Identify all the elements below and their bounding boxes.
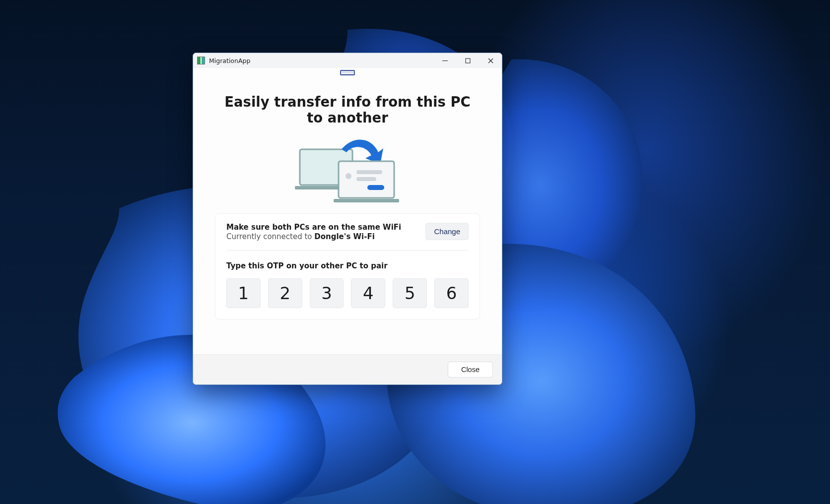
migration-app-window: MigrationApp Easily transfer info from t… <box>193 53 502 385</box>
svg-rect-8 <box>367 185 384 190</box>
svg-point-5 <box>346 173 351 179</box>
drag-indicator <box>340 70 355 75</box>
desktop-background: MigrationApp Easily transfer info from t… <box>0 0 830 504</box>
otp-digit-4: 4 <box>351 278 385 308</box>
wifi-network-name: Dongle's Wi-Fi <box>314 232 375 241</box>
otp-digit-5: 5 <box>393 278 427 308</box>
close-button[interactable]: Close <box>448 362 493 378</box>
change-wifi-button[interactable]: Change <box>425 223 469 240</box>
otp-digit-6: 6 <box>434 278 469 308</box>
wifi-status: Currently connected to Dongle's Wi-Fi <box>226 232 401 241</box>
close-icon <box>488 58 493 63</box>
otp-digit-3: 3 <box>310 278 344 308</box>
otp-digit-2: 2 <box>268 278 302 308</box>
pairing-card: Make sure both PCs are on the same WiFi … <box>215 213 480 319</box>
otp-row: 1 2 3 4 5 6 <box>226 278 469 308</box>
page-title: Easily transfer info from this PC to ano… <box>217 94 478 126</box>
svg-rect-0 <box>466 59 470 63</box>
maximize-icon <box>465 58 471 63</box>
card-divider <box>226 250 469 251</box>
window-title: MigrationApp <box>209 57 250 64</box>
wifi-heading: Make sure both PCs are on the same WiFi <box>226 223 401 232</box>
transfer-illustration-icon <box>293 137 402 204</box>
minimize-button[interactable] <box>433 53 456 68</box>
titlebar[interactable]: MigrationApp <box>193 53 502 68</box>
minimize-icon <box>442 58 448 63</box>
otp-digit-1: 1 <box>226 278 261 308</box>
app-icon <box>197 57 205 64</box>
footer: Close <box>193 354 502 384</box>
svg-rect-6 <box>356 170 382 174</box>
hero-illustration <box>217 137 478 204</box>
maximize-button[interactable] <box>456 53 479 68</box>
wifi-status-prefix: Currently connected to <box>226 232 314 241</box>
svg-rect-7 <box>356 177 376 181</box>
window-close-button[interactable] <box>479 53 502 68</box>
svg-rect-4 <box>334 199 399 202</box>
otp-heading: Type this OTP on your other PC to pair <box>226 261 469 270</box>
